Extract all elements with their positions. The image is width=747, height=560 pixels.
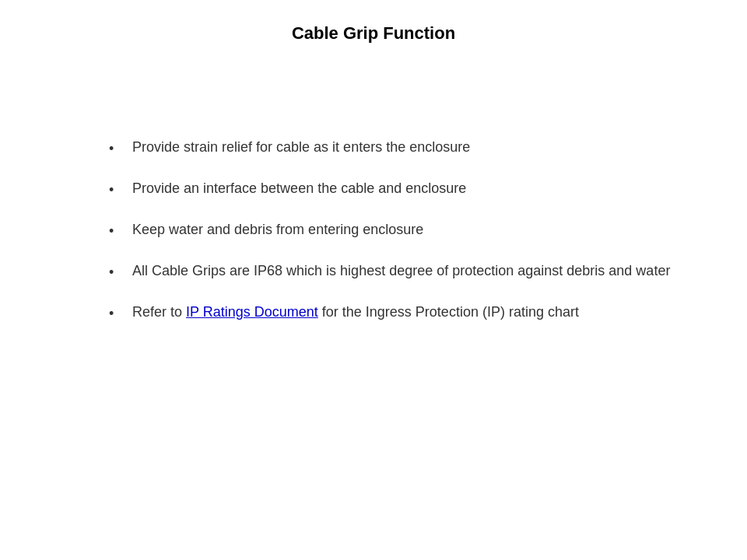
- ip-ratings-link[interactable]: IP Ratings Document: [186, 304, 318, 320]
- bullet-dot: •: [109, 180, 124, 201]
- bullet-dot: •: [109, 221, 124, 242]
- list-item: • Refer to IP Ratings Document for the I…: [109, 302, 685, 324]
- text-after: for the Ingress Protection (IP) rating c…: [318, 304, 579, 320]
- bullet-text: Keep water and debris from entering encl…: [132, 219, 423, 241]
- bullet-dot: •: [109, 138, 124, 159]
- bullet-dot: •: [109, 262, 124, 283]
- page-container: Cable Grip Function • Provide strain rel…: [0, 0, 747, 560]
- list-item: • Provide strain relief for cable as it …: [109, 137, 685, 159]
- list-item: • Keep water and debris from entering en…: [109, 219, 685, 242]
- text-before: Refer to: [132, 304, 186, 320]
- list-item: • Provide an interface between the cable…: [109, 178, 685, 201]
- bullet-text: Provide strain relief for cable as it en…: [132, 137, 470, 159]
- bullet-dot: •: [109, 303, 124, 324]
- bullet-text: All Cable Grips are IP68 which is highes…: [132, 261, 670, 282]
- bullet-list: • Provide strain relief for cable as it …: [109, 137, 685, 343]
- page-title: Cable Grip Function: [62, 16, 685, 44]
- bullet-text: Provide an interface between the cable a…: [132, 178, 466, 200]
- bullet-text-with-link: Refer to IP Ratings Document for the Ing…: [132, 302, 579, 324]
- list-item: • All Cable Grips are IP68 which is high…: [109, 261, 685, 283]
